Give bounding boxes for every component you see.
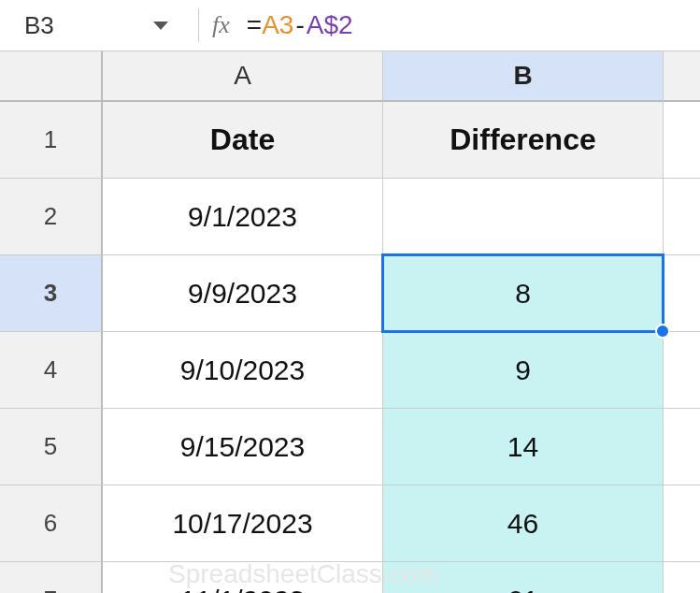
formula-input[interactable]: = A3 - A$2 xyxy=(247,10,353,40)
cell-a5[interactable]: 9/15/2023 xyxy=(103,409,383,485)
row-header-1[interactable]: 1 xyxy=(0,102,103,179)
row-header-3[interactable]: 3 xyxy=(0,255,103,332)
cell-b6[interactable]: 46 xyxy=(383,485,664,562)
cell-c6[interactable] xyxy=(664,485,700,562)
cell-b7[interactable]: 61 xyxy=(383,562,664,593)
fill-handle[interactable] xyxy=(655,324,670,339)
cell-c1[interactable] xyxy=(664,102,700,179)
select-all-corner[interactable] xyxy=(0,51,103,102)
cell-b3[interactable]: 8 xyxy=(383,255,664,332)
row-header-7[interactable]: 7 xyxy=(0,562,103,593)
formula-bar: B3 fx = A3 - A$2 xyxy=(0,0,700,51)
cell-a4[interactable]: 9/10/2023 xyxy=(103,332,383,409)
column-header-a[interactable]: A xyxy=(103,51,383,102)
row-header-6[interactable]: 6 xyxy=(0,485,103,562)
active-cell-ref: B3 xyxy=(24,11,54,40)
cell-b5[interactable]: 14 xyxy=(383,409,664,485)
cell-a2[interactable]: 9/1/2023 xyxy=(103,179,383,255)
cell-c5[interactable] xyxy=(664,409,700,485)
column-header-b[interactable]: B xyxy=(383,51,664,102)
cell-c7[interactable] xyxy=(664,562,700,593)
formula-token-ref2: A$2 xyxy=(307,10,353,40)
name-box[interactable]: B3 xyxy=(7,7,185,44)
formula-token-ref1: A3 xyxy=(262,10,293,40)
row-header-5[interactable]: 5 xyxy=(0,409,103,485)
row-header-4[interactable]: 4 xyxy=(0,332,103,409)
cell-c2[interactable] xyxy=(664,179,700,255)
cell-a3[interactable]: 9/9/2023 xyxy=(103,255,383,332)
cell-a6[interactable]: 10/17/2023 xyxy=(103,485,383,562)
divider xyxy=(198,8,199,42)
cell-b2[interactable] xyxy=(383,179,664,255)
cell-b4[interactable]: 9 xyxy=(383,332,664,409)
cell-c3[interactable] xyxy=(664,255,700,332)
row-header-2[interactable]: 2 xyxy=(0,179,103,255)
formula-token-eq: = xyxy=(247,10,262,40)
spreadsheet-grid: A B 1 Date Difference 2 9/1/2023 3 9/9/2… xyxy=(0,51,700,593)
chevron-down-icon[interactable] xyxy=(153,22,168,30)
column-header-c[interactable] xyxy=(664,51,700,102)
fx-icon[interactable]: fx xyxy=(212,11,230,39)
cell-b1[interactable]: Difference xyxy=(383,102,664,179)
cell-a7[interactable]: 11/1/2023 xyxy=(103,562,383,593)
cell-a1[interactable]: Date xyxy=(103,102,383,179)
cell-b3-value: 8 xyxy=(515,278,531,310)
cell-c4[interactable] xyxy=(664,332,700,409)
formula-token-op: - xyxy=(295,10,304,40)
